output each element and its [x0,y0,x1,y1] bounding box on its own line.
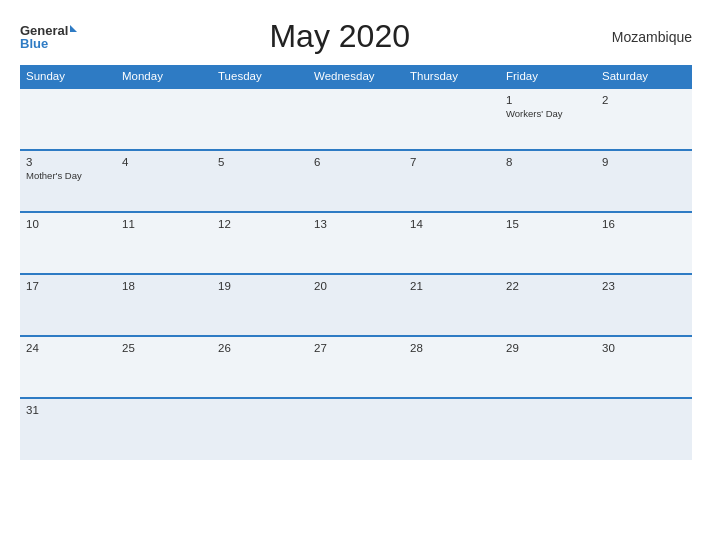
calendar-cell [212,398,308,460]
day-number: 12 [218,218,302,230]
day-number: 21 [410,280,494,292]
col-sunday: Sunday [20,65,116,88]
day-number: 15 [506,218,590,230]
col-saturday: Saturday [596,65,692,88]
day-number: 1 [506,94,590,106]
calendar-cell: 16 [596,212,692,274]
calendar-table: Sunday Monday Tuesday Wednesday Thursday… [20,65,692,460]
month-title: May 2020 [77,18,602,55]
calendar-cell: 25 [116,336,212,398]
calendar-cell: 26 [212,336,308,398]
calendar-cell: 28 [404,336,500,398]
calendar-cell [308,398,404,460]
calendar-cell: 15 [500,212,596,274]
calendar-cell: 4 [116,150,212,212]
event-label: Workers' Day [506,108,590,119]
calendar-week-row: 10111213141516 [20,212,692,274]
day-number: 19 [218,280,302,292]
day-number: 26 [218,342,302,354]
calendar-week-row: 24252627282930 [20,336,692,398]
day-number: 31 [26,404,110,416]
calendar-cell: 3Mother's Day [20,150,116,212]
calendar-cell [116,88,212,150]
calendar-cell: 20 [308,274,404,336]
day-number: 11 [122,218,206,230]
calendar-cell [596,398,692,460]
calendar-cell: 24 [20,336,116,398]
col-thursday: Thursday [404,65,500,88]
calendar-page: General Blue May 2020 Mozambique Sunday … [0,0,712,550]
calendar-header-row: Sunday Monday Tuesday Wednesday Thursday… [20,65,692,88]
calendar-cell: 23 [596,274,692,336]
calendar-cell: 12 [212,212,308,274]
calendar-week-row: 3Mother's Day456789 [20,150,692,212]
day-number: 6 [314,156,398,168]
calendar-cell [404,88,500,150]
day-number: 3 [26,156,110,168]
calendar-cell [116,398,212,460]
day-number: 13 [314,218,398,230]
day-number: 14 [410,218,494,230]
calendar-cell: 19 [212,274,308,336]
calendar-cell [212,88,308,150]
calendar-cell: 11 [116,212,212,274]
logo-blue-text: Blue [20,37,48,50]
calendar-cell: 13 [308,212,404,274]
calendar-cell [404,398,500,460]
event-label: Mother's Day [26,170,110,181]
day-number: 16 [602,218,686,230]
calendar-cell: 30 [596,336,692,398]
col-wednesday: Wednesday [308,65,404,88]
day-number: 8 [506,156,590,168]
day-number: 7 [410,156,494,168]
calendar-week-row: 1Workers' Day2 [20,88,692,150]
day-number: 22 [506,280,590,292]
calendar-cell: 29 [500,336,596,398]
calendar-cell: 22 [500,274,596,336]
calendar-cell: 21 [404,274,500,336]
country-label: Mozambique [602,29,692,45]
col-tuesday: Tuesday [212,65,308,88]
calendar-cell: 10 [20,212,116,274]
day-number: 2 [602,94,686,106]
day-number: 20 [314,280,398,292]
calendar-week-row: 31 [20,398,692,460]
day-number: 27 [314,342,398,354]
calendar-cell: 5 [212,150,308,212]
calendar-cell: 2 [596,88,692,150]
calendar-cell [308,88,404,150]
calendar-cell [500,398,596,460]
day-number: 30 [602,342,686,354]
logo-flag-icon [70,25,77,32]
col-monday: Monday [116,65,212,88]
day-number: 28 [410,342,494,354]
calendar-cell: 7 [404,150,500,212]
calendar-cell: 18 [116,274,212,336]
calendar-cell: 14 [404,212,500,274]
calendar-cell: 27 [308,336,404,398]
day-number: 24 [26,342,110,354]
day-number: 10 [26,218,110,230]
day-number: 25 [122,342,206,354]
day-number: 29 [506,342,590,354]
day-number: 17 [26,280,110,292]
col-friday: Friday [500,65,596,88]
logo-general-text: General [20,24,68,37]
day-number: 18 [122,280,206,292]
calendar-cell: 6 [308,150,404,212]
day-number: 4 [122,156,206,168]
calendar-cell: 17 [20,274,116,336]
logo: General Blue [20,24,77,50]
calendar-cell: 9 [596,150,692,212]
day-number: 23 [602,280,686,292]
day-number: 9 [602,156,686,168]
calendar-cell: 31 [20,398,116,460]
calendar-week-row: 17181920212223 [20,274,692,336]
calendar-cell [20,88,116,150]
header: General Blue May 2020 Mozambique [20,18,692,55]
calendar-cell: 8 [500,150,596,212]
calendar-cell: 1Workers' Day [500,88,596,150]
day-number: 5 [218,156,302,168]
